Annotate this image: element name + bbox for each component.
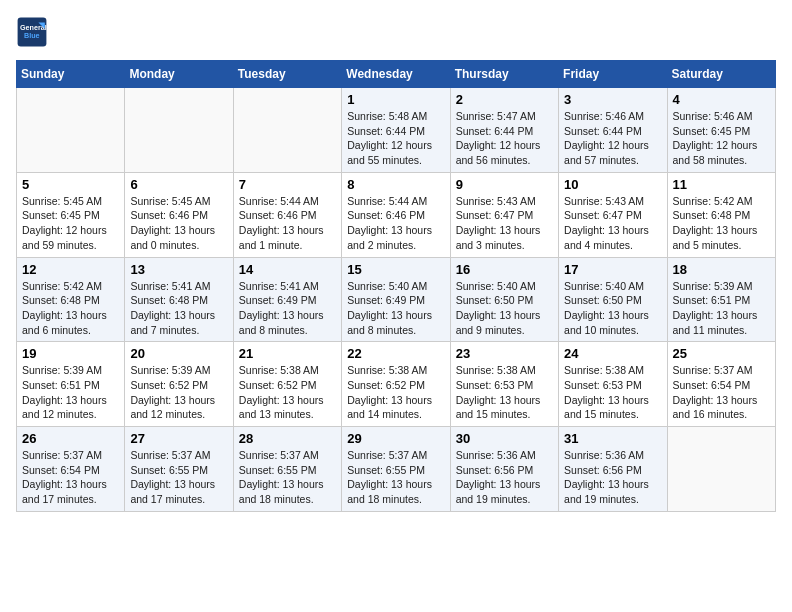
column-header-thursday: Thursday: [450, 61, 558, 88]
day-info: Sunrise: 5:36 AM Sunset: 6:56 PM Dayligh…: [456, 448, 553, 507]
day-info: Sunrise: 5:36 AM Sunset: 6:56 PM Dayligh…: [564, 448, 661, 507]
day-info: Sunrise: 5:44 AM Sunset: 6:46 PM Dayligh…: [347, 194, 444, 253]
day-number: 2: [456, 92, 553, 107]
day-info: Sunrise: 5:37 AM Sunset: 6:55 PM Dayligh…: [130, 448, 227, 507]
calendar-cell: 6Sunrise: 5:45 AM Sunset: 6:46 PM Daylig…: [125, 172, 233, 257]
calendar-cell: 24Sunrise: 5:38 AM Sunset: 6:53 PM Dayli…: [559, 342, 667, 427]
day-number: 14: [239, 262, 336, 277]
day-number: 1: [347, 92, 444, 107]
calendar-cell: 19Sunrise: 5:39 AM Sunset: 6:51 PM Dayli…: [17, 342, 125, 427]
day-info: Sunrise: 5:42 AM Sunset: 6:48 PM Dayligh…: [22, 279, 119, 338]
day-info: Sunrise: 5:40 AM Sunset: 6:50 PM Dayligh…: [456, 279, 553, 338]
calendar-cell: 7Sunrise: 5:44 AM Sunset: 6:46 PM Daylig…: [233, 172, 341, 257]
calendar-cell: 25Sunrise: 5:37 AM Sunset: 6:54 PM Dayli…: [667, 342, 775, 427]
calendar-table: SundayMondayTuesdayWednesdayThursdayFrid…: [16, 60, 776, 512]
day-number: 30: [456, 431, 553, 446]
calendar-cell: [17, 88, 125, 173]
day-info: Sunrise: 5:42 AM Sunset: 6:48 PM Dayligh…: [673, 194, 770, 253]
day-number: 8: [347, 177, 444, 192]
calendar-cell: 5Sunrise: 5:45 AM Sunset: 6:45 PM Daylig…: [17, 172, 125, 257]
day-number: 21: [239, 346, 336, 361]
calendar-cell: 11Sunrise: 5:42 AM Sunset: 6:48 PM Dayli…: [667, 172, 775, 257]
calendar-cell: 8Sunrise: 5:44 AM Sunset: 6:46 PM Daylig…: [342, 172, 450, 257]
day-number: 23: [456, 346, 553, 361]
calendar-cell: [125, 88, 233, 173]
day-number: 25: [673, 346, 770, 361]
day-number: 12: [22, 262, 119, 277]
calendar-cell: 4Sunrise: 5:46 AM Sunset: 6:45 PM Daylig…: [667, 88, 775, 173]
calendar-cell: 10Sunrise: 5:43 AM Sunset: 6:47 PM Dayli…: [559, 172, 667, 257]
day-info: Sunrise: 5:41 AM Sunset: 6:48 PM Dayligh…: [130, 279, 227, 338]
day-number: 7: [239, 177, 336, 192]
day-number: 17: [564, 262, 661, 277]
logo-icon: General Blue: [16, 16, 48, 48]
column-header-wednesday: Wednesday: [342, 61, 450, 88]
day-number: 24: [564, 346, 661, 361]
column-header-saturday: Saturday: [667, 61, 775, 88]
calendar-cell: 27Sunrise: 5:37 AM Sunset: 6:55 PM Dayli…: [125, 427, 233, 512]
day-info: Sunrise: 5:38 AM Sunset: 6:52 PM Dayligh…: [239, 363, 336, 422]
calendar-cell: 22Sunrise: 5:38 AM Sunset: 6:52 PM Dayli…: [342, 342, 450, 427]
day-number: 22: [347, 346, 444, 361]
calendar-cell: 9Sunrise: 5:43 AM Sunset: 6:47 PM Daylig…: [450, 172, 558, 257]
day-info: Sunrise: 5:43 AM Sunset: 6:47 PM Dayligh…: [456, 194, 553, 253]
day-info: Sunrise: 5:39 AM Sunset: 6:51 PM Dayligh…: [673, 279, 770, 338]
calendar-cell: 18Sunrise: 5:39 AM Sunset: 6:51 PM Dayli…: [667, 257, 775, 342]
day-info: Sunrise: 5:38 AM Sunset: 6:53 PM Dayligh…: [456, 363, 553, 422]
day-info: Sunrise: 5:37 AM Sunset: 6:54 PM Dayligh…: [673, 363, 770, 422]
day-number: 4: [673, 92, 770, 107]
calendar-cell: 15Sunrise: 5:40 AM Sunset: 6:49 PM Dayli…: [342, 257, 450, 342]
day-number: 20: [130, 346, 227, 361]
day-number: 6: [130, 177, 227, 192]
day-number: 29: [347, 431, 444, 446]
day-info: Sunrise: 5:38 AM Sunset: 6:52 PM Dayligh…: [347, 363, 444, 422]
day-number: 27: [130, 431, 227, 446]
day-info: Sunrise: 5:45 AM Sunset: 6:45 PM Dayligh…: [22, 194, 119, 253]
day-number: 9: [456, 177, 553, 192]
day-info: Sunrise: 5:37 AM Sunset: 6:55 PM Dayligh…: [347, 448, 444, 507]
logo: General Blue: [16, 16, 52, 48]
day-info: Sunrise: 5:44 AM Sunset: 6:46 PM Dayligh…: [239, 194, 336, 253]
day-number: 3: [564, 92, 661, 107]
day-number: 18: [673, 262, 770, 277]
day-info: Sunrise: 5:39 AM Sunset: 6:51 PM Dayligh…: [22, 363, 119, 422]
day-info: Sunrise: 5:47 AM Sunset: 6:44 PM Dayligh…: [456, 109, 553, 168]
day-number: 10: [564, 177, 661, 192]
day-info: Sunrise: 5:43 AM Sunset: 6:47 PM Dayligh…: [564, 194, 661, 253]
day-number: 26: [22, 431, 119, 446]
calendar-cell: 1Sunrise: 5:48 AM Sunset: 6:44 PM Daylig…: [342, 88, 450, 173]
calendar-cell: 30Sunrise: 5:36 AM Sunset: 6:56 PM Dayli…: [450, 427, 558, 512]
day-number: 16: [456, 262, 553, 277]
column-header-monday: Monday: [125, 61, 233, 88]
column-header-friday: Friday: [559, 61, 667, 88]
day-info: Sunrise: 5:40 AM Sunset: 6:50 PM Dayligh…: [564, 279, 661, 338]
day-info: Sunrise: 5:38 AM Sunset: 6:53 PM Dayligh…: [564, 363, 661, 422]
calendar-cell: 17Sunrise: 5:40 AM Sunset: 6:50 PM Dayli…: [559, 257, 667, 342]
day-number: 13: [130, 262, 227, 277]
calendar-cell: [667, 427, 775, 512]
day-number: 11: [673, 177, 770, 192]
calendar-cell: 23Sunrise: 5:38 AM Sunset: 6:53 PM Dayli…: [450, 342, 558, 427]
calendar-cell: 21Sunrise: 5:38 AM Sunset: 6:52 PM Dayli…: [233, 342, 341, 427]
column-header-tuesday: Tuesday: [233, 61, 341, 88]
calendar-cell: 14Sunrise: 5:41 AM Sunset: 6:49 PM Dayli…: [233, 257, 341, 342]
calendar-cell: 13Sunrise: 5:41 AM Sunset: 6:48 PM Dayli…: [125, 257, 233, 342]
calendar-cell: 26Sunrise: 5:37 AM Sunset: 6:54 PM Dayli…: [17, 427, 125, 512]
day-info: Sunrise: 5:45 AM Sunset: 6:46 PM Dayligh…: [130, 194, 227, 253]
calendar-cell: 20Sunrise: 5:39 AM Sunset: 6:52 PM Dayli…: [125, 342, 233, 427]
day-number: 15: [347, 262, 444, 277]
day-info: Sunrise: 5:41 AM Sunset: 6:49 PM Dayligh…: [239, 279, 336, 338]
calendar-cell: 3Sunrise: 5:46 AM Sunset: 6:44 PM Daylig…: [559, 88, 667, 173]
day-info: Sunrise: 5:40 AM Sunset: 6:49 PM Dayligh…: [347, 279, 444, 338]
calendar-cell: 31Sunrise: 5:36 AM Sunset: 6:56 PM Dayli…: [559, 427, 667, 512]
day-info: Sunrise: 5:48 AM Sunset: 6:44 PM Dayligh…: [347, 109, 444, 168]
svg-text:Blue: Blue: [24, 31, 40, 40]
day-number: 31: [564, 431, 661, 446]
day-info: Sunrise: 5:37 AM Sunset: 6:55 PM Dayligh…: [239, 448, 336, 507]
calendar-cell: 12Sunrise: 5:42 AM Sunset: 6:48 PM Dayli…: [17, 257, 125, 342]
page-header: General Blue: [16, 16, 776, 48]
day-info: Sunrise: 5:46 AM Sunset: 6:44 PM Dayligh…: [564, 109, 661, 168]
day-number: 28: [239, 431, 336, 446]
day-info: Sunrise: 5:39 AM Sunset: 6:52 PM Dayligh…: [130, 363, 227, 422]
calendar-cell: 29Sunrise: 5:37 AM Sunset: 6:55 PM Dayli…: [342, 427, 450, 512]
